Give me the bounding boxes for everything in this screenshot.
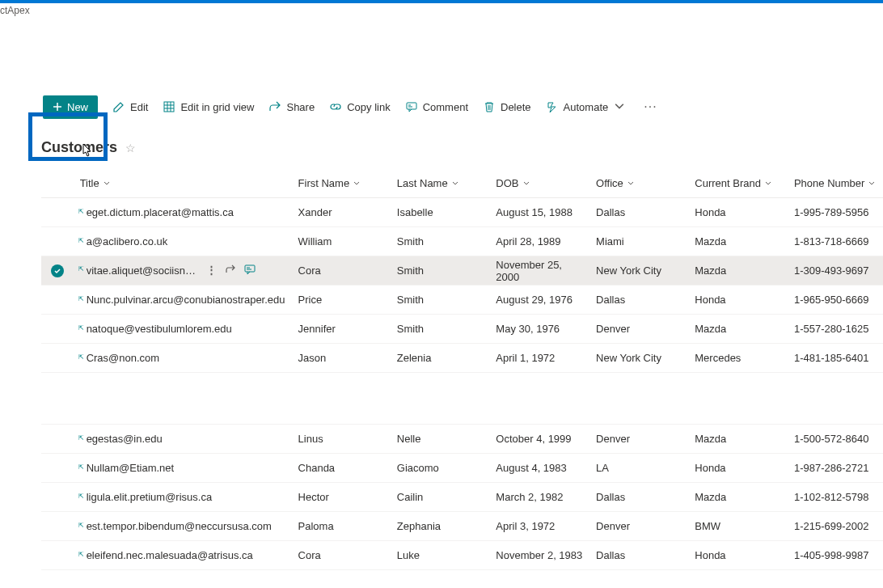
cell-last: Zelenia [391,344,490,373]
delete-button[interactable]: Delete [483,100,531,113]
row-title[interactable]: Nullam@Etiam.net [87,462,175,474]
cell-last: Luke [391,541,490,570]
table-row[interactable]: ⇱Nullam@Etiam.netChandaGiacomoAugust 4, … [41,454,883,483]
row-title[interactable]: egestas@in.edu [87,433,163,445]
cell-last: Smith [391,227,490,256]
edit-grid-label: Edit in grid view [180,101,254,113]
customers-table: Title First Name Last Name DOB Office Cu… [41,169,883,570]
link-badge-icon: ⇱ [78,265,84,273]
chevron-down-icon [451,180,459,188]
row-title[interactable]: natoque@vestibulumlorem.edu [87,323,232,335]
cell-office: LA [589,454,688,483]
cell-first: Linus [292,425,391,454]
col-dob[interactable]: DOB [489,169,589,198]
automate-button[interactable]: Automate [546,100,627,113]
link-badge-icon: ⇱ [78,208,84,215]
row-title[interactable]: eget.dictum.placerat@mattis.ca [87,206,234,218]
row-more-icon[interactable]: ⋮ [206,264,217,277]
plus-icon [53,102,62,112]
cell-brand: Mazda [688,227,788,256]
cell-brand: Honda [688,198,788,227]
cell-first: Hector [292,483,391,512]
cell-first: Jennifer [292,315,391,344]
col-ln-label: Last Name [397,177,448,189]
chevron-down-icon [764,180,772,188]
table-row[interactable]: ⇱Nunc.pulvinar.arcu@conubianostraper.edu… [41,286,883,315]
row-title[interactable]: eleifend.nec.malesuada@atrisus.ca [87,549,253,561]
col-brand[interactable]: Current Brand [688,169,788,198]
row-comment-icon[interactable] [244,264,256,277]
check-circle-icon[interactable] [51,264,64,277]
cell-phone: 1-995-789-5956 [788,198,883,227]
link-badge-icon: ⇱ [78,434,84,442]
cell-brand: Mazda [688,483,788,512]
cell-brand: Mercedes [688,344,788,373]
edit-button[interactable]: Edit [112,100,148,113]
table-row[interactable]: ⇱Cras@non.comJasonZeleniaApril 1, 1972Ne… [41,344,883,373]
favorite-star-icon[interactable]: ☆ [125,142,136,154]
cell-office: Dallas [589,286,688,315]
cell-brand: Honda [688,454,788,483]
cell-first: Jason [292,344,391,373]
copy-link-button[interactable]: Copy link [329,100,390,113]
cell-last: Smith [391,315,490,344]
col-first-name[interactable]: First Name [292,169,391,198]
link-badge-icon: ⇱ [78,237,84,244]
trash-icon [483,100,496,113]
cell-first: William [292,227,391,256]
table-row[interactable]: ⇱ligula.elit.pretium@risus.caHectorCaili… [41,483,883,512]
share-button[interactable]: Share [268,100,315,113]
svg-rect-0 [164,102,174,112]
cell-dob: November 25, 2000 [489,256,589,286]
cell-brand: Honda [688,286,788,315]
cell-office: Dallas [589,198,688,227]
table-row[interactable]: ⇱a@aclibero.co.ukWilliamSmithApril 28, 1… [41,227,883,256]
row-title[interactable]: Nunc.pulvinar.arcu@conubianostraper.edu [87,294,285,306]
edit-grid-button[interactable]: Edit in grid view [163,100,254,113]
comment-button[interactable]: Comment [405,100,468,113]
col-title[interactable]: Title [74,169,292,198]
table-row[interactable]: ⇱eget.dictum.placerat@mattis.caXanderIsa… [41,198,883,227]
col-office[interactable]: Office [589,169,688,198]
cell-last: Cailin [391,483,490,512]
pencil-icon [112,100,125,113]
more-button[interactable]: ··· [640,99,660,114]
cell-phone: 1-965-950-6669 [788,286,883,315]
cell-dob: November 2, 1983 [489,541,589,570]
table-row[interactable]: ⇱natoque@vestibulumlorem.eduJenniferSmit… [41,315,883,344]
link-badge-icon: ⇱ [78,551,84,558]
table-row[interactable]: ⇱est.tempor.bibendum@neccursusa.comPalom… [41,512,883,541]
row-title[interactable]: Cras@non.com [87,352,160,364]
cell-office: New York City [589,256,688,286]
col-dob-label: DOB [496,177,518,189]
row-title[interactable]: ligula.elit.pretium@risus.ca [87,491,213,503]
cell-dob: April 3, 1972 [489,512,589,541]
link-badge-icon: ⇱ [78,522,84,529]
cell-phone: 1-500-572-8640 [788,425,883,454]
link-badge-icon: ⇱ [78,353,84,361]
table-row[interactable]: ⇱eleifend.nec.malesuada@atrisus.caCoraLu… [41,541,883,570]
col-brand-label: Current Brand [695,177,761,189]
link-badge-icon: ⇱ [78,295,84,302]
cell-brand: Mazda [688,315,788,344]
cell-dob: May 30, 1976 [489,315,589,344]
col-last-name[interactable]: Last Name [391,169,490,198]
chevron-down-icon [522,180,530,188]
row-share-icon[interactable] [225,264,236,277]
svg-rect-2 [245,265,255,272]
cell-brand: BMW [688,512,788,541]
cell-dob: August 15, 1988 [489,198,589,227]
breadcrumb[interactable]: ctApex [0,3,883,21]
comment-icon [405,100,418,113]
row-title[interactable]: vitae.aliquet@sociisnato... [87,264,200,277]
table-row[interactable]: ⇱vitae.aliquet@sociisnato...⋮CoraSmithNo… [41,256,883,286]
col-phone[interactable]: Phone Number [788,169,883,198]
row-title[interactable]: a@aclibero.co.uk [87,235,168,247]
col-title-label: Title [80,177,99,189]
table-row[interactable]: ⇱egestas@in.eduLinusNelleOctober 4, 1999… [41,425,883,454]
new-button[interactable]: New [43,95,98,119]
row-title[interactable]: est.tempor.bibendum@neccursusa.com [87,520,272,532]
new-button-label: New [67,101,88,113]
edit-label: Edit [130,101,148,113]
link-badge-icon: ⇱ [78,493,84,500]
